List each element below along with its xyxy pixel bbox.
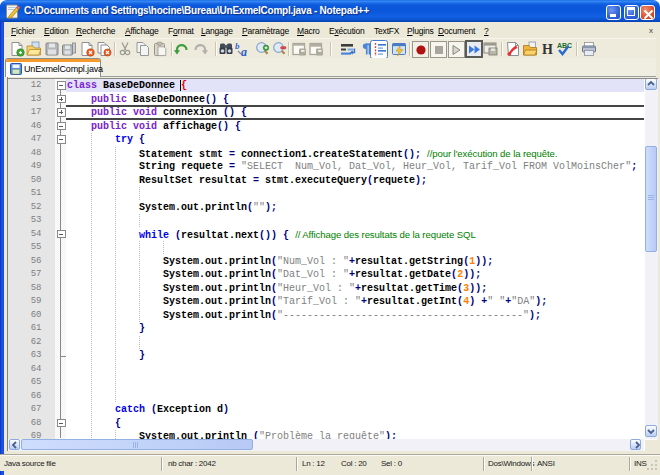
svg-text:a: a — [241, 45, 247, 57]
svg-text:ABC: ABC — [557, 42, 572, 49]
svg-text:b: b — [235, 41, 240, 51]
svg-text:H: H — [542, 42, 553, 57]
